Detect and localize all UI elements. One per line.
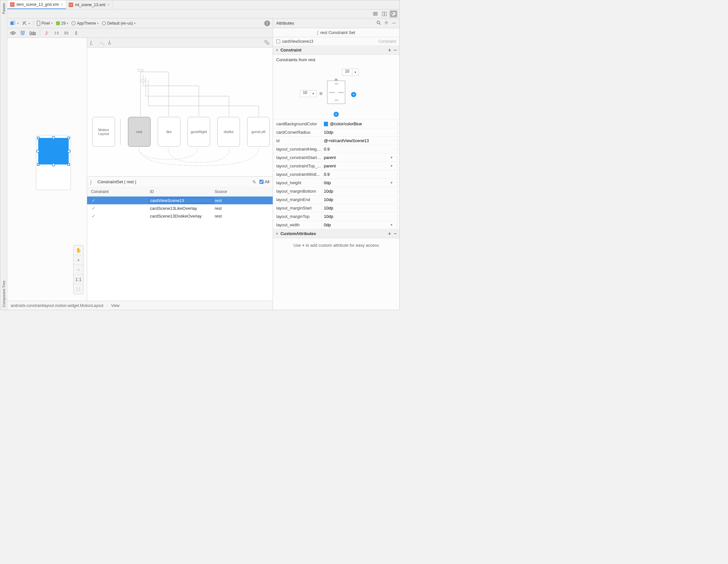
state-dislike-node[interactable]: dislike bbox=[217, 117, 240, 147]
property-value-input[interactable] bbox=[324, 164, 386, 168]
chevron-down-icon[interactable]: ▼ bbox=[388, 156, 395, 159]
magnet-icon[interactable] bbox=[20, 30, 26, 36]
margin-top-input[interactable]: 10 bbox=[342, 69, 352, 76]
breadcrumb-item[interactable]: androidx.constraintlayout.motion.widget.… bbox=[11, 303, 103, 308]
state-like-node[interactable]: like bbox=[158, 117, 180, 147]
create-constraintset-icon[interactable]: ∫+ bbox=[90, 40, 96, 45]
palette-tab[interactable]: Palette bbox=[2, 2, 6, 15]
property-value[interactable] bbox=[322, 221, 388, 229]
chevron-down-icon[interactable]: ▼ bbox=[388, 223, 395, 227]
default-margin[interactable]: 0dp bbox=[29, 31, 36, 35]
margin-left-input[interactable]: 10 bbox=[300, 90, 310, 97]
clear-constraints-icon[interactable]: ∫x bbox=[44, 30, 50, 36]
tab-item-scene-13-grid[interactable]: <> item_scene_13_grid.xml × bbox=[7, 0, 66, 9]
property-value-input[interactable] bbox=[324, 147, 386, 152]
chevron-down-icon[interactable]: ▼ bbox=[388, 181, 395, 185]
locale-picker[interactable]: Default (en-us) ▾ bbox=[102, 21, 136, 26]
breadcrumb-item[interactable]: View bbox=[111, 303, 119, 308]
surface-select-icon[interactable]: ▾ bbox=[10, 21, 19, 26]
state-goneleft-node[interactable]: goneLeft bbox=[247, 117, 270, 147]
resize-handle[interactable] bbox=[37, 163, 40, 166]
show-all-checkbox[interactable]: All bbox=[259, 179, 269, 184]
remove-icon[interactable]: − bbox=[394, 231, 397, 237]
close-icon[interactable]: × bbox=[61, 2, 63, 7]
property-value[interactable] bbox=[322, 128, 388, 136]
constraint-handle[interactable] bbox=[36, 150, 40, 153]
tab-ml-scene-13[interactable]: <> ml_scene_13.xml × bbox=[66, 0, 113, 9]
state-rest-node[interactable]: rest bbox=[128, 117, 151, 147]
property-value-input[interactable] bbox=[324, 172, 386, 177]
resize-handle[interactable] bbox=[37, 137, 40, 139]
edit-icon[interactable]: ✎ bbox=[252, 179, 256, 185]
add-icon[interactable]: + bbox=[388, 231, 391, 237]
preview-pane[interactable]: ✋ + − 1:1 ⛶ bbox=[7, 38, 87, 301]
constraint-row[interactable]: ✓cardScene13LikeOverlayrest bbox=[87, 204, 273, 212]
motion-layout-node[interactable]: Motion Layout bbox=[92, 117, 115, 147]
property-value-input[interactable] bbox=[324, 189, 386, 194]
orientation-icon[interactable]: ▾ bbox=[22, 21, 30, 26]
property-value[interactable] bbox=[322, 204, 388, 212]
motion-graph[interactable]: Motion Layout rest like goneRight dislik… bbox=[87, 48, 273, 176]
constraint-handle[interactable] bbox=[52, 136, 55, 139]
property-value[interactable] bbox=[322, 187, 388, 195]
state-goneright-node[interactable]: goneRight bbox=[188, 117, 210, 147]
search-icon[interactable] bbox=[376, 20, 381, 26]
split-view-icon[interactable] bbox=[381, 10, 388, 17]
chevron-down-icon[interactable]: ▼ bbox=[388, 164, 395, 168]
property-value-input[interactable] bbox=[324, 206, 386, 210]
warnings-icon[interactable]: ! bbox=[264, 20, 270, 26]
property-value-input[interactable] bbox=[330, 121, 386, 126]
property-value[interactable] bbox=[322, 162, 388, 170]
property-value[interactable] bbox=[322, 153, 388, 162]
theme-picker[interactable]: AppTheme ▾ bbox=[72, 21, 99, 26]
infer-constraints-icon[interactable] bbox=[54, 30, 60, 36]
code-view-icon[interactable] bbox=[371, 10, 379, 17]
guideline-icon[interactable] bbox=[73, 30, 79, 36]
zoom-reset-icon[interactable]: 1:1 bbox=[74, 275, 83, 284]
property-value-input[interactable] bbox=[324, 197, 386, 202]
property-value[interactable] bbox=[322, 179, 388, 187]
property-value-input[interactable] bbox=[324, 214, 386, 219]
gear-icon[interactable] bbox=[384, 20, 389, 26]
pan-icon[interactable]: ✋ bbox=[74, 245, 83, 255]
property-value[interactable] bbox=[322, 145, 388, 153]
property-value[interactable] bbox=[322, 120, 388, 128]
constraint-section-header[interactable]: ▼ Constraint + − bbox=[273, 46, 399, 55]
remove-icon[interactable]: − bbox=[394, 47, 397, 53]
device-picker[interactable]: Pixel ▾ bbox=[37, 21, 53, 26]
api-picker[interactable]: 29 ▾ bbox=[56, 21, 68, 26]
property-value[interactable] bbox=[322, 137, 388, 145]
property-value[interactable] bbox=[322, 196, 388, 204]
margin-top-chevron[interactable]: ▾ bbox=[352, 69, 359, 76]
resize-handle[interactable] bbox=[67, 137, 70, 139]
eye-icon[interactable] bbox=[10, 30, 16, 36]
create-transition-icon[interactable]: →+ bbox=[99, 40, 104, 45]
constraint-handle[interactable] bbox=[52, 163, 55, 166]
property-value-input[interactable] bbox=[324, 222, 386, 227]
all-checkbox-input[interactable] bbox=[259, 180, 264, 184]
minimize-icon[interactable]: — bbox=[392, 20, 396, 26]
add-icon[interactable]: + bbox=[388, 47, 391, 53]
property-value-input[interactable] bbox=[324, 180, 386, 185]
zoom-in-icon[interactable]: + bbox=[74, 255, 83, 265]
margin-left-chevron[interactable]: ▾ bbox=[310, 90, 317, 97]
constraint-handle[interactable] bbox=[67, 150, 71, 153]
constraint-widget[interactable]: 10 ▾ 10 ▾ ⫯⫯⫯ ⊶⊶ ⊶⊶ ⫯⫯⫯ + + bbox=[273, 65, 399, 120]
align-icon[interactable] bbox=[63, 30, 69, 36]
component-tree-tab[interactable]: Component Tree bbox=[2, 279, 6, 309]
constraint-row[interactable]: ✓cardViewScene13rest bbox=[87, 197, 273, 204]
close-icon[interactable]: × bbox=[107, 2, 110, 7]
cycle-icon[interactable] bbox=[264, 40, 269, 45]
constraint-row[interactable]: ✓cardScene13DislikeOverlayrest bbox=[87, 212, 273, 220]
resize-handle[interactable] bbox=[67, 163, 70, 166]
property-value-input[interactable] bbox=[324, 155, 386, 160]
add-constraint-right-icon[interactable]: + bbox=[351, 92, 356, 97]
property-value[interactable] bbox=[322, 170, 388, 178]
zoom-out-icon[interactable]: − bbox=[74, 265, 83, 275]
property-value-input[interactable] bbox=[324, 130, 386, 135]
design-view-icon[interactable] bbox=[390, 10, 397, 17]
card-view-preview[interactable] bbox=[38, 138, 69, 164]
property-value-input[interactable] bbox=[324, 138, 386, 143]
add-constraint-bottom-icon[interactable]: + bbox=[334, 112, 339, 117]
create-click-icon[interactable] bbox=[107, 40, 112, 45]
